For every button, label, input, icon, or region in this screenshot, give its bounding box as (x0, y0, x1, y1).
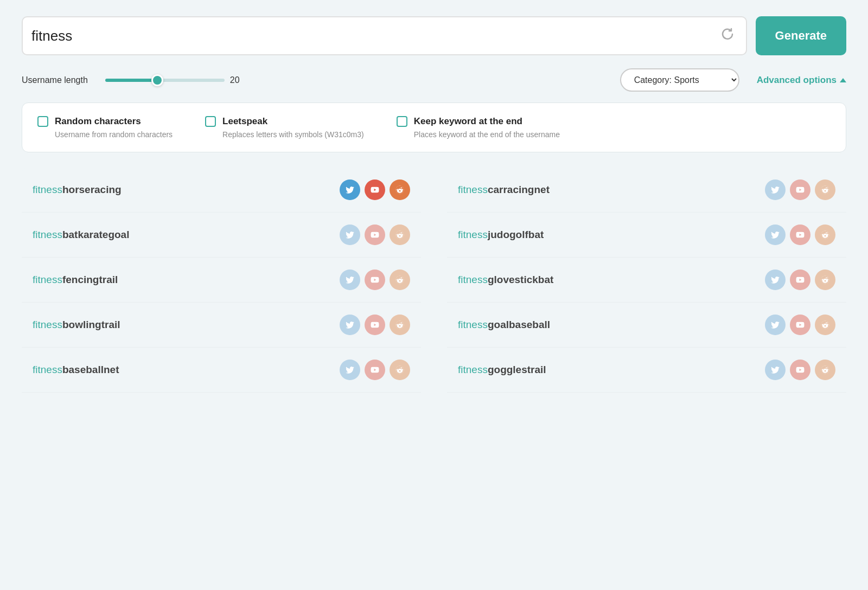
twitter-icon[interactable] (340, 270, 360, 290)
result-item[interactable]: fitnessbatkarategoal (22, 213, 421, 258)
youtube-icon[interactable] (790, 179, 810, 200)
username-text: fitnessgogglestrail (458, 364, 546, 376)
username-keyword: fitness (458, 184, 488, 195)
reddit-icon[interactable] (815, 270, 835, 290)
username-suffix: judogolfbat (488, 229, 544, 240)
result-item[interactable]: fitnessgoalbaseball (447, 303, 846, 348)
username-keyword: fitness (33, 229, 62, 240)
result-item[interactable]: fitnessbowlingtrail (22, 303, 421, 348)
username-keyword: fitness (458, 319, 488, 330)
advanced-options-panel: Random characters Username from random c… (22, 102, 846, 152)
search-section: Generate (22, 16, 846, 55)
username-keyword: fitness (33, 364, 62, 375)
reddit-icon[interactable] (390, 225, 410, 245)
keep-end-option: Keep keyword at the end Places keyword a… (397, 116, 560, 139)
username-suffix: horseracing (62, 184, 122, 195)
twitter-icon[interactable] (340, 315, 360, 335)
random-chars-header: Random characters (37, 116, 173, 127)
chevron-up-icon (840, 78, 846, 82)
username-suffix: fencingtrail (62, 274, 118, 285)
twitter-icon[interactable] (340, 360, 360, 380)
youtube-icon[interactable] (790, 360, 810, 380)
leetspeak-option: Leetspeak Replaces letters with symbols … (205, 116, 364, 139)
username-keyword: fitness (33, 319, 62, 330)
result-item[interactable]: fitnessbaseballnet (22, 348, 421, 393)
social-icons (765, 270, 835, 290)
twitter-icon[interactable] (765, 225, 786, 245)
category-select[interactable]: Category: Sports Category: Gaming Catego… (620, 68, 739, 92)
username-suffix: bowlingtrail (62, 319, 120, 330)
reddit-icon[interactable] (815, 179, 835, 200)
username-keyword: fitness (458, 364, 488, 375)
social-icons (765, 225, 835, 245)
twitter-icon[interactable] (765, 360, 786, 380)
youtube-icon[interactable] (790, 315, 810, 335)
result-item[interactable]: fitnessglovestickbat (447, 258, 846, 303)
username-keyword: fitness (33, 274, 62, 285)
username-suffix: glovestickbat (488, 274, 553, 285)
social-icons (765, 315, 835, 335)
search-input[interactable] (31, 28, 718, 44)
reddit-icon[interactable] (390, 315, 410, 335)
username-text: fitnessglovestickbat (458, 274, 553, 286)
youtube-icon[interactable] (365, 225, 385, 245)
reddit-icon[interactable] (390, 270, 410, 290)
leetspeak-title: Leetspeak (222, 116, 267, 127)
reddit-icon[interactable] (390, 179, 410, 200)
twitter-icon[interactable] (765, 315, 786, 335)
username-suffix: batkarategoal (62, 229, 130, 240)
generate-button[interactable]: Generate (756, 16, 846, 55)
youtube-icon[interactable] (365, 315, 385, 335)
twitter-icon[interactable] (765, 179, 786, 200)
results-col-right: fitnesscarracingnet fitnessjudogolfbat (447, 168, 846, 393)
twitter-icon[interactable] (765, 270, 786, 290)
username-text: fitnessbatkarategoal (33, 229, 129, 241)
reddit-icon[interactable] (390, 360, 410, 380)
username-keyword: fitness (33, 184, 62, 195)
youtube-icon[interactable] (365, 270, 385, 290)
username-text: fitnessbowlingtrail (33, 319, 120, 331)
random-chars-checkbox[interactable] (37, 116, 48, 127)
social-icons (340, 179, 410, 200)
youtube-icon[interactable] (790, 225, 810, 245)
slider-wrapper: 20 (105, 75, 243, 85)
leetspeak-header: Leetspeak (205, 116, 364, 127)
result-item[interactable]: fitnessjudogolfbat (447, 213, 846, 258)
username-keyword: fitness (458, 229, 488, 240)
username-suffix: carracingnet (488, 184, 550, 195)
reddit-icon[interactable] (815, 225, 835, 245)
username-suffix: baseballnet (62, 364, 119, 375)
results-col-left: fitnesshorseracing fitnessbatkarategoal (22, 168, 421, 393)
refresh-button[interactable] (718, 24, 737, 47)
username-suffix: gogglestrail (488, 364, 546, 375)
results-grid: fitnesshorseracing fitnessbatkarategoal (22, 168, 846, 393)
length-slider[interactable] (105, 79, 225, 82)
reddit-icon[interactable] (815, 315, 835, 335)
social-icons (340, 315, 410, 335)
username-suffix: goalbaseball (488, 319, 550, 330)
result-item[interactable]: fitnessfencingtrail (22, 258, 421, 303)
username-text: fitnessjudogolfbat (458, 229, 544, 241)
social-icons (765, 360, 835, 380)
random-chars-title: Random characters (55, 116, 141, 127)
username-text: fitnesshorseracing (33, 184, 122, 196)
twitter-icon[interactable] (340, 225, 360, 245)
result-item[interactable]: fitnesscarracingnet (447, 168, 846, 213)
leetspeak-checkbox[interactable] (205, 116, 216, 127)
keep-end-checkbox[interactable] (397, 116, 407, 127)
advanced-options-button[interactable]: Advanced options (757, 75, 846, 86)
social-icons (765, 179, 835, 200)
search-wrapper (22, 16, 747, 55)
result-item[interactable]: fitnesshorseracing (22, 168, 421, 213)
username-text: fitnessgoalbaseball (458, 319, 550, 331)
youtube-icon[interactable] (365, 360, 385, 380)
result-item[interactable]: fitnessgogglestrail (447, 348, 846, 393)
controls-row: Username length 20 Category: Sports Cate… (22, 68, 846, 92)
username-keyword: fitness (458, 274, 488, 285)
reddit-icon[interactable] (815, 360, 835, 380)
username-text: fitnessbaseballnet (33, 364, 119, 376)
youtube-icon[interactable] (365, 179, 385, 200)
keep-end-desc: Places keyword at the end of the usernam… (414, 130, 560, 139)
twitter-icon[interactable] (340, 179, 360, 200)
youtube-icon[interactable] (790, 270, 810, 290)
